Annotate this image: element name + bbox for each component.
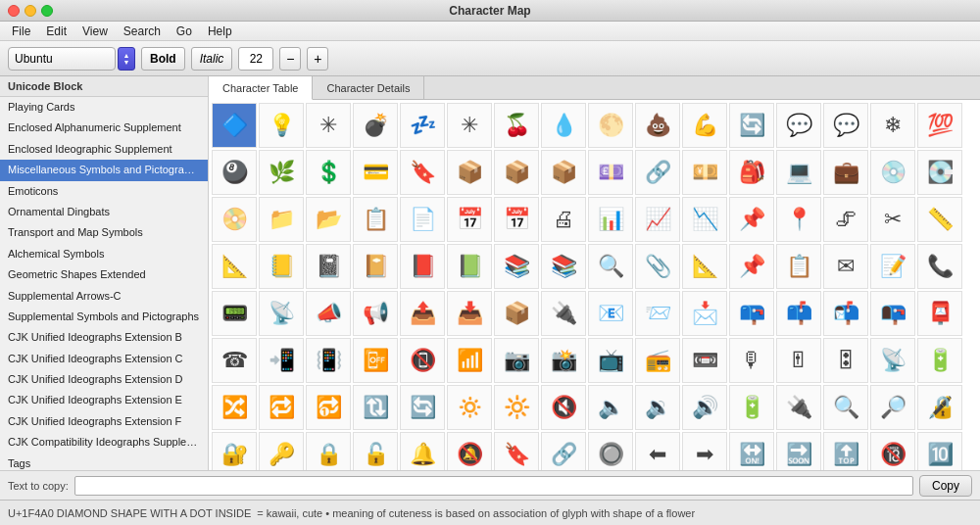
- char-cell-0-13[interactable]: 💬: [823, 103, 868, 148]
- char-cell-3-4[interactable]: 📕: [400, 244, 445, 289]
- char-cell-1-6[interactable]: 📦: [494, 150, 539, 195]
- sidebar-item-12[interactable]: CJK Unified Ideographs Extension C: [0, 349, 208, 369]
- char-cell-6-8[interactable]: 🔈: [588, 385, 633, 430]
- char-cell-6-7[interactable]: 🔇: [541, 385, 586, 430]
- char-cell-3-7[interactable]: 📚: [541, 244, 586, 289]
- char-cell-5-8[interactable]: 📺: [588, 338, 633, 383]
- char-cell-6-1[interactable]: 🔁: [259, 385, 304, 430]
- char-cell-5-3[interactable]: 📴: [353, 338, 398, 383]
- char-cell-3-1[interactable]: 📒: [259, 244, 304, 289]
- char-cell-0-5[interactable]: ✳: [447, 103, 492, 148]
- menu-file[interactable]: File: [4, 22, 38, 40]
- char-cell-5-9[interactable]: 📻: [635, 338, 680, 383]
- char-cell-2-11[interactable]: 📌: [729, 197, 774, 242]
- char-cell-0-2[interactable]: ✳: [306, 103, 351, 148]
- char-cell-2-3[interactable]: 📋: [353, 197, 398, 242]
- char-cell-1-4[interactable]: 🔖: [400, 150, 445, 195]
- char-cell-2-14[interactable]: ✂: [870, 197, 915, 242]
- char-cell-4-4[interactable]: 📤: [400, 291, 445, 336]
- char-cell-7-5[interactable]: 🔕: [447, 432, 492, 470]
- sidebar-item-7[interactable]: Alchemical Symbols: [0, 244, 208, 264]
- char-cell-4-9[interactable]: 📨: [635, 291, 680, 336]
- char-cell-2-2[interactable]: 📂: [306, 197, 351, 242]
- char-cell-1-5[interactable]: 📦: [447, 150, 492, 195]
- char-cell-1-9[interactable]: 🔗: [635, 150, 680, 195]
- size-input[interactable]: [238, 47, 273, 71]
- char-cell-7-11[interactable]: 🔛: [729, 432, 774, 470]
- char-cell-0-15[interactable]: 💯: [917, 103, 962, 148]
- char-cell-6-4[interactable]: 🔄: [400, 385, 445, 430]
- char-cell-7-14[interactable]: 🔞: [870, 432, 915, 470]
- char-cell-7-7[interactable]: 🔗: [541, 432, 586, 470]
- char-cell-4-15[interactable]: 📮: [917, 291, 962, 336]
- font-select[interactable]: Ubuntu: [8, 47, 116, 71]
- char-cell-1-11[interactable]: 🎒: [729, 150, 774, 195]
- sidebar-item-2[interactable]: Enclosed Ideographic Supplement: [0, 139, 208, 160]
- sidebar-item-9[interactable]: Supplemental Arrows-C: [0, 286, 208, 307]
- char-cell-3-3[interactable]: 📔: [353, 244, 398, 289]
- char-cell-2-4[interactable]: 📄: [400, 197, 445, 242]
- char-cell-2-8[interactable]: 📊: [588, 197, 633, 242]
- menu-view[interactable]: View: [74, 22, 116, 40]
- bold-button[interactable]: Bold: [141, 47, 185, 71]
- char-cell-0-3[interactable]: 💣: [353, 103, 398, 148]
- menu-help[interactable]: Help: [200, 22, 240, 40]
- char-cell-2-13[interactable]: 🖇: [823, 197, 868, 242]
- char-cell-0-9[interactable]: 💩: [635, 103, 680, 148]
- char-cell-6-11[interactable]: 🔋: [729, 385, 774, 430]
- char-cell-3-13[interactable]: ✉: [823, 244, 868, 289]
- char-cell-7-15[interactable]: 🔟: [917, 432, 962, 470]
- italic-button[interactable]: Italic: [191, 47, 233, 71]
- char-cell-3-12[interactable]: 📋: [776, 244, 821, 289]
- char-cell-0-8[interactable]: 🌕: [588, 103, 633, 148]
- char-cell-7-12[interactable]: 🔜: [776, 432, 821, 470]
- char-cell-4-11[interactable]: 📪: [729, 291, 774, 336]
- char-cell-7-1[interactable]: 🔑: [259, 432, 304, 470]
- char-cell-4-6[interactable]: 📦: [494, 291, 539, 336]
- char-cell-3-0[interactable]: 📐: [212, 244, 257, 289]
- char-cell-0-11[interactable]: 🔄: [729, 103, 774, 148]
- maximize-button[interactable]: [41, 5, 53, 17]
- char-cell-1-3[interactable]: 💳: [353, 150, 398, 195]
- sidebar-item-15[interactable]: CJK Unified Ideographs Extension F: [0, 411, 208, 432]
- char-cell-5-15[interactable]: 🔋: [917, 338, 962, 383]
- char-cell-0-1[interactable]: 💡: [259, 103, 304, 148]
- text-to-copy-input[interactable]: [74, 476, 913, 496]
- close-button[interactable]: [8, 5, 20, 17]
- char-cell-0-6[interactable]: 🍒: [494, 103, 539, 148]
- char-cell-7-3[interactable]: 🔓: [353, 432, 398, 470]
- char-cell-0-4[interactable]: 💤: [400, 103, 445, 148]
- size-decrease-button[interactable]: −: [279, 47, 301, 71]
- char-cell-4-1[interactable]: 📡: [259, 291, 304, 336]
- char-cell-5-2[interactable]: 📳: [306, 338, 351, 383]
- size-increase-button[interactable]: +: [307, 47, 328, 71]
- char-cell-5-14[interactable]: 📡: [870, 338, 915, 383]
- sidebar-item-16[interactable]: CJK Compatibility Ideographs Supplement: [0, 432, 208, 453]
- sidebar-item-8[interactable]: Geometric Shapes Extended: [0, 264, 208, 285]
- char-cell-2-9[interactable]: 📈: [635, 197, 680, 242]
- char-cell-6-9[interactable]: 🔉: [635, 385, 680, 430]
- char-cell-5-11[interactable]: 🎙: [729, 338, 774, 383]
- char-cell-3-6[interactable]: 📚: [494, 244, 539, 289]
- sidebar-item-17[interactable]: Tags: [0, 453, 208, 470]
- char-cell-7-9[interactable]: ⬅: [635, 432, 680, 470]
- char-cell-5-4[interactable]: 📵: [400, 338, 445, 383]
- char-cell-6-2[interactable]: 🔂: [306, 385, 351, 430]
- char-cell-6-15[interactable]: 🔏: [917, 385, 962, 430]
- char-cell-0-7[interactable]: 💧: [541, 103, 586, 148]
- char-cell-5-10[interactable]: 📼: [682, 338, 727, 383]
- char-cell-5-1[interactable]: 📲: [259, 338, 304, 383]
- char-cell-7-8[interactable]: 🔘: [588, 432, 633, 470]
- menu-go[interactable]: Go: [169, 22, 200, 40]
- sidebar-item-5[interactable]: Ornamental Dingbats: [0, 202, 208, 222]
- char-cell-2-10[interactable]: 📉: [682, 197, 727, 242]
- sidebar-item-10[interactable]: Supplemental Symbols and Pictographs: [0, 307, 208, 327]
- char-cell-0-10[interactable]: 💪: [682, 103, 727, 148]
- char-cell-2-1[interactable]: 📁: [259, 197, 304, 242]
- char-cell-0-0[interactable]: 🔷: [212, 103, 257, 148]
- char-cell-2-5[interactable]: 📅: [447, 197, 492, 242]
- char-cell-3-2[interactable]: 📓: [306, 244, 351, 289]
- char-cell-1-2[interactable]: 💲: [306, 150, 351, 195]
- char-cell-3-9[interactable]: 📎: [635, 244, 680, 289]
- char-cell-7-2[interactable]: 🔒: [306, 432, 351, 470]
